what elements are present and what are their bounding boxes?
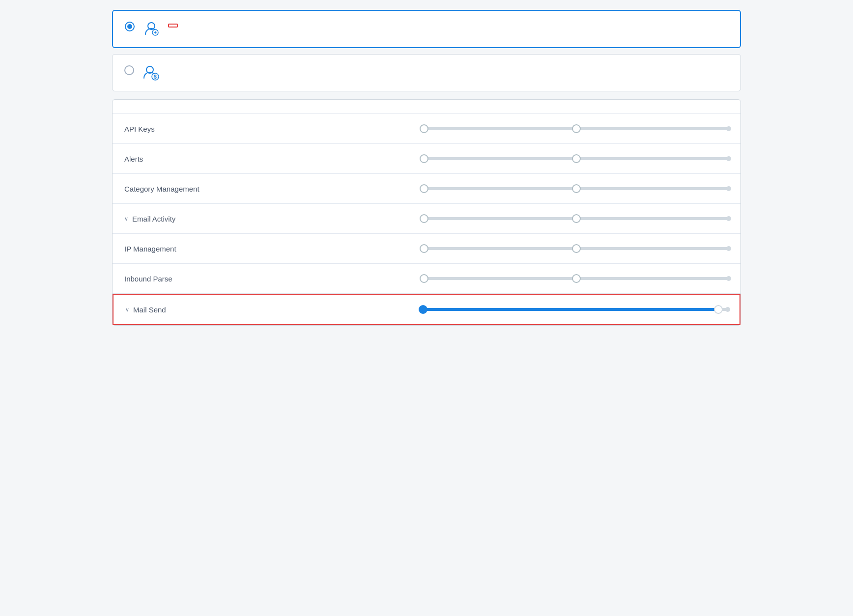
slider-thumb-main[interactable] xyxy=(572,184,581,193)
table-row: IP Management xyxy=(113,234,740,264)
restricted-access-title xyxy=(168,21,728,29)
row-label: Alerts xyxy=(124,155,143,163)
page-container: $ API KeysAlertsCategory Management∨Emai… xyxy=(112,10,741,326)
slider-thumb-main[interactable] xyxy=(572,154,581,163)
table-row: Alerts xyxy=(113,144,740,174)
slider-container[interactable] xyxy=(424,183,729,195)
slider-thumb-main[interactable] xyxy=(714,305,723,314)
chevron-down-icon[interactable]: ∨ xyxy=(125,307,129,313)
slider-container[interactable] xyxy=(424,153,729,165)
slider-container[interactable] xyxy=(423,304,728,315)
access-details-header xyxy=(113,100,740,114)
slider-thumb-left[interactable] xyxy=(420,214,428,223)
slider-thumb-left[interactable] xyxy=(420,154,428,163)
row-label: ∨Mail Send xyxy=(125,306,166,314)
chevron-down-icon[interactable]: ∨ xyxy=(124,216,128,222)
row-label: ∨Email Activity xyxy=(124,215,175,223)
slider-thumb-right xyxy=(726,186,731,191)
billing-access-icon: $ xyxy=(142,63,160,81)
svg-text:$: $ xyxy=(154,74,157,80)
access-details-section: API KeysAlertsCategory Management∨Email … xyxy=(112,99,741,326)
restricted-access-radio[interactable] xyxy=(125,22,135,31)
slider-thumb-right xyxy=(726,126,731,131)
slider-thumb-main[interactable] xyxy=(572,274,581,283)
row-label: Inbound Parse xyxy=(124,275,172,283)
billing-access-card[interactable]: $ xyxy=(112,54,741,91)
billing-access-content xyxy=(168,64,729,67)
restricted-access-card[interactable] xyxy=(112,10,741,48)
slider-thumb-left[interactable] xyxy=(420,274,428,283)
slider-thumb-right xyxy=(726,246,731,251)
access-rows-container: API KeysAlertsCategory Management∨Email … xyxy=(113,114,740,325)
slider-thumb-main[interactable] xyxy=(572,214,581,223)
slider-thumb-right xyxy=(725,307,730,312)
row-label: API Keys xyxy=(124,125,155,133)
slider-container[interactable] xyxy=(424,123,729,135)
table-row: ∨Mail Send xyxy=(113,294,740,325)
slider-thumb-left[interactable] xyxy=(420,244,428,253)
slider-thumb-left[interactable] xyxy=(420,184,428,193)
restricted-access-content xyxy=(168,21,728,32)
slider-fill xyxy=(423,308,718,311)
table-row: ∨Email Activity xyxy=(113,204,740,234)
slider-thumb-right xyxy=(726,156,731,161)
billing-access-radio[interactable] xyxy=(124,65,134,75)
slider-thumb-main[interactable] xyxy=(572,244,581,253)
slider-container[interactable] xyxy=(424,273,729,284)
slider-thumb-right xyxy=(726,276,731,281)
table-row: Category Management xyxy=(113,174,740,204)
row-label: Category Management xyxy=(124,185,199,193)
slider-thumb-main[interactable] xyxy=(572,124,581,133)
slider-thumb-right xyxy=(726,216,731,221)
slider-thumb-left[interactable] xyxy=(420,124,428,133)
slider-container[interactable] xyxy=(424,213,729,224)
row-label: IP Management xyxy=(124,245,176,253)
table-row: API Keys xyxy=(113,114,740,144)
restricted-access-icon xyxy=(142,20,160,37)
table-row: Inbound Parse xyxy=(113,264,740,294)
slider-container[interactable] xyxy=(424,243,729,254)
restricted-access-title-highlight xyxy=(168,24,178,28)
slider-thumb-left[interactable] xyxy=(419,305,427,314)
